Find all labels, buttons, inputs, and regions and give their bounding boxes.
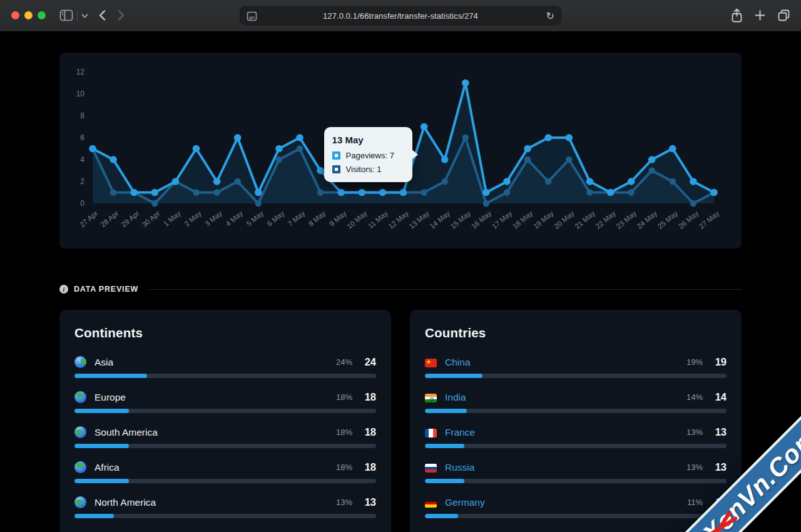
data-point[interactable]	[566, 134, 573, 141]
data-point[interactable]	[442, 178, 448, 185]
chart-panel: 12108642027 Apr28 Apr29 Apr30 Apr1 May2 …	[59, 53, 742, 248]
reload-icon[interactable]: ↻	[546, 10, 554, 22]
y-tick-label: 4	[80, 155, 84, 164]
tab-overview-icon[interactable]	[777, 9, 790, 22]
data-point[interactable]	[379, 189, 387, 197]
data-point[interactable]	[110, 156, 117, 163]
data-point[interactable]	[462, 135, 469, 141]
data-point[interactable]	[213, 189, 220, 195]
data-point[interactable]	[151, 200, 158, 207]
data-point[interactable]	[89, 145, 96, 153]
data-point[interactable]	[255, 200, 262, 207]
data-point[interactable]	[503, 178, 511, 185]
data-point[interactable]	[235, 178, 241, 185]
data-point[interactable]	[400, 189, 407, 197]
zoom-button[interactable]	[38, 11, 46, 19]
row-label[interactable]: India	[445, 392, 466, 403]
data-point[interactable]	[359, 189, 366, 197]
new-tab-icon[interactable]	[755, 10, 765, 21]
address-bar[interactable]: 127.0.0.1/66transfer/transfer-statistics…	[240, 6, 561, 25]
data-point[interactable]	[648, 156, 656, 163]
data-point[interactable]	[151, 189, 159, 197]
share-icon[interactable]	[731, 8, 743, 23]
x-tick-label: 27 May	[698, 209, 721, 230]
chevron-down-icon[interactable]	[81, 14, 88, 18]
data-point[interactable]	[669, 145, 676, 153]
data-point[interactable]	[607, 189, 615, 197]
y-tick-label: 12	[76, 68, 85, 76]
back-button[interactable]	[99, 10, 106, 21]
data-point[interactable]	[544, 134, 552, 141]
y-tick-label: 10	[76, 90, 85, 98]
section-divider	[148, 289, 742, 290]
list-item: Europe18%18	[74, 391, 376, 413]
data-point[interactable]	[586, 189, 593, 195]
row-label[interactable]: China	[445, 357, 471, 368]
data-point[interactable]	[255, 189, 262, 197]
data-point[interactable]	[172, 178, 180, 185]
data-point[interactable]	[690, 200, 696, 207]
x-tick-label: 22 May	[594, 209, 617, 230]
row-label: Europe	[94, 392, 126, 403]
data-point[interactable]	[296, 134, 304, 141]
data-point[interactable]	[193, 145, 200, 153]
y-tick-label: 8	[80, 111, 84, 120]
data-point[interactable]	[213, 178, 221, 185]
data-point[interactable]	[317, 189, 324, 195]
data-point[interactable]	[276, 156, 282, 163]
data-point[interactable]	[110, 189, 116, 195]
data-point[interactable]	[710, 189, 718, 197]
x-tick-label: 8 May	[307, 209, 327, 227]
row-label[interactable]: Germany	[445, 497, 485, 508]
data-point[interactable]	[690, 178, 697, 185]
data-point[interactable]	[337, 189, 345, 197]
y-tick-label: 6	[80, 133, 84, 142]
row-percent: 18%	[324, 392, 352, 402]
data-point[interactable]	[504, 189, 510, 195]
data-point[interactable]	[482, 189, 490, 197]
data-point[interactable]	[628, 189, 634, 195]
data-point[interactable]	[649, 167, 655, 173]
progress-bar	[74, 409, 376, 413]
data-point[interactable]	[421, 189, 427, 195]
data-point[interactable]	[545, 178, 551, 185]
data-point[interactable]	[441, 156, 449, 163]
data-point[interactable]	[566, 156, 572, 163]
data-point[interactable]	[462, 79, 469, 87]
row-percent: 18%	[324, 427, 352, 437]
data-point[interactable]	[193, 189, 199, 195]
data-point[interactable]	[670, 178, 676, 185]
x-tick-label: 29 Apr	[120, 209, 140, 228]
progress-bar	[74, 444, 376, 448]
data-point[interactable]	[421, 123, 428, 131]
data-point[interactable]	[524, 145, 531, 153]
data-point[interactable]	[234, 134, 242, 141]
card-title: Countries	[425, 325, 727, 340]
data-point[interactable]	[628, 178, 635, 185]
row-label[interactable]: Russia	[445, 462, 474, 473]
y-tick-label: 0	[80, 199, 84, 208]
website-settings-icon[interactable]	[247, 11, 257, 21]
x-tick-label: 15 May	[449, 209, 472, 230]
globe-americas-icon	[74, 426, 86, 438]
forward-button[interactable]	[118, 10, 125, 21]
url-text[interactable]: 127.0.0.1/66transfer/transfer-statistics…	[323, 11, 478, 21]
tooltip-row-text: Pageviews: 7	[346, 151, 394, 160]
data-point[interactable]	[524, 156, 531, 163]
data-point[interactable]	[275, 145, 283, 153]
minimize-button[interactable]	[24, 11, 33, 19]
close-button[interactable]	[11, 11, 19, 19]
progress-bar	[74, 514, 376, 518]
progress-bar	[74, 479, 376, 483]
x-tick-label: 4 May	[224, 209, 244, 227]
list-item: Asia24%24	[74, 356, 376, 378]
row-label[interactable]: France	[445, 427, 475, 438]
data-point[interactable]	[297, 145, 303, 151]
row-label: North America	[94, 497, 156, 508]
sidebar-toggle-icon[interactable]	[59, 9, 73, 21]
data-point[interactable]	[483, 200, 489, 207]
data-point[interactable]	[586, 178, 594, 185]
row-label: Africa	[94, 462, 120, 473]
data-point[interactable]	[317, 167, 324, 175]
data-point[interactable]	[130, 189, 138, 197]
